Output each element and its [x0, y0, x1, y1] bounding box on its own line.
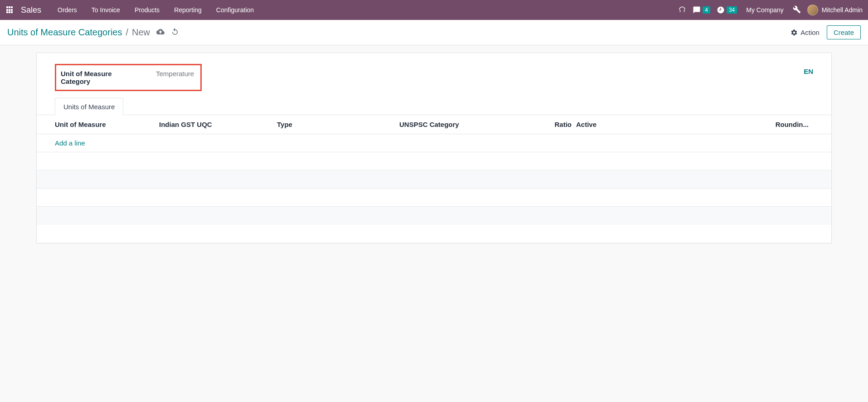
activities-button[interactable]: 34 [717, 6, 737, 14]
col-header-gst[interactable]: Indian GST UQC [159, 121, 277, 128]
apps-menu-icon[interactable] [5, 5, 15, 15]
tab-bar: Units of Measure [37, 97, 831, 115]
user-name: Mitchell Admin [822, 6, 863, 14]
navbar-left: Sales Orders To Invoice Products Reporti… [5, 5, 260, 15]
breadcrumb: Units of Measure Categories / New [7, 27, 150, 38]
tab-units-of-measure[interactable]: Units of Measure [55, 98, 123, 115]
control-panel: Units of Measure Categories / New Action… [0, 20, 868, 45]
main-content: Unit of Measure Category Temperature EN … [0, 45, 868, 251]
col-header-type[interactable]: Type [277, 121, 399, 128]
create-button[interactable]: Create [827, 25, 861, 39]
action-label: Action [800, 29, 820, 36]
category-field-input[interactable]: Temperature [156, 70, 194, 77]
category-field-highlight: Unit of Measure Category Temperature [55, 64, 202, 91]
form-header-row: Unit of Measure Category Temperature EN [37, 64, 831, 91]
activities-badge: 34 [727, 6, 737, 14]
top-navbar: Sales Orders To Invoice Products Reporti… [0, 0, 868, 20]
col-header-uom[interactable]: Unit of Measure [55, 121, 159, 128]
company-switcher[interactable]: My Company [743, 6, 786, 14]
save-cloud-icon[interactable] [156, 28, 165, 38]
voip-icon[interactable] [678, 6, 686, 14]
table-row[interactable] [37, 152, 831, 170]
table-row: Add a line [37, 134, 831, 152]
navbar-right: 4 34 My Company Mitchell Admin [678, 5, 863, 15]
breadcrumb-parent[interactable]: Units of Measure Categories [7, 27, 122, 38]
translate-button[interactable]: EN [804, 68, 813, 75]
table-header-row: Unit of Measure Indian GST UQC Type UNSP… [37, 115, 831, 134]
table-row[interactable] [37, 207, 831, 225]
app-brand[interactable]: Sales [21, 5, 41, 15]
table-row[interactable] [37, 189, 831, 207]
col-header-active[interactable]: Active [572, 121, 603, 128]
breadcrumb-current: New [132, 27, 150, 38]
nav-orders[interactable]: Orders [51, 6, 83, 14]
category-field-label: Unit of Measure Category [61, 70, 129, 85]
nav-to-invoice[interactable]: To Invoice [85, 6, 126, 14]
control-actions: Action Create [790, 25, 861, 39]
debug-icon[interactable] [793, 5, 801, 15]
uom-table: Unit of Measure Indian GST UQC Type UNSP… [37, 115, 831, 225]
messages-button[interactable]: 4 [693, 6, 710, 14]
discard-icon[interactable] [171, 28, 179, 38]
col-header-ratio[interactable]: Ratio [549, 121, 572, 128]
col-header-unspsc[interactable]: UNSPSC Category [399, 121, 549, 128]
action-menu-button[interactable]: Action [790, 29, 820, 36]
avatar-icon [807, 5, 818, 15]
nav-configuration[interactable]: Configuration [210, 6, 260, 14]
breadcrumb-separator: / [126, 27, 128, 38]
table-row[interactable] [37, 170, 831, 189]
nav-reporting[interactable]: Reporting [168, 6, 208, 14]
nav-products[interactable]: Products [128, 6, 166, 14]
messages-badge: 4 [703, 6, 710, 14]
add-line-link[interactable]: Add a line [55, 139, 85, 147]
form-card: Unit of Measure Category Temperature EN … [36, 53, 832, 243]
user-menu[interactable]: Mitchell Admin [807, 5, 863, 15]
col-header-rounding[interactable]: Roundin... [603, 121, 813, 128]
